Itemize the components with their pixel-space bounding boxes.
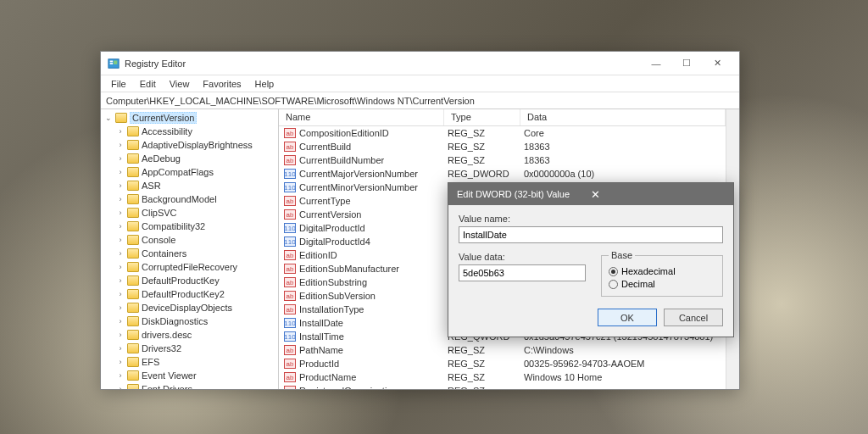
dialog-titlebar[interactable]: Edit DWORD (32-bit) Value ✕ [448, 183, 733, 205]
chevron-right-icon[interactable]: › [116, 127, 125, 136]
list-row[interactable]: abRegisteredOrganizationREG_SZ [279, 384, 726, 389]
tree-root[interactable]: ⌄ CurrentVersion [101, 111, 278, 125]
tree-label: Console [142, 235, 175, 245]
tree-item[interactable]: ›BackgroundModel [101, 192, 278, 206]
folder-icon [127, 194, 139, 204]
address-text: Computer\HKEY_LOCAL_MACHINE\SOFTWARE\Mic… [106, 96, 475, 106]
tree-item[interactable]: ›Compatibility32 [101, 220, 278, 233]
tree-item[interactable]: ›ClipSVC [101, 206, 278, 220]
header-data[interactable]: Data [520, 109, 726, 125]
header-type[interactable]: Type [444, 109, 520, 125]
value-name-input[interactable] [459, 226, 723, 243]
chevron-right-icon[interactable]: › [116, 181, 125, 190]
value-binary-icon: 110 [284, 318, 296, 328]
radio-icon [609, 280, 618, 289]
value-type: REG_SZ [448, 372, 524, 382]
tree-item[interactable]: ›DiskDiagnostics [101, 314, 278, 328]
value-string-icon: ab [284, 386, 296, 389]
address-bar[interactable]: Computer\HKEY_LOCAL_MACHINE\SOFTWARE\Mic… [101, 92, 739, 109]
cancel-button[interactable]: Cancel [664, 309, 723, 326]
minimize-button[interactable]: — [641, 53, 671, 75]
value-data: Windows 10 Home [524, 372, 726, 382]
close-button[interactable]: ✕ [702, 53, 732, 75]
tree-item[interactable]: ›drivers.desc [101, 328, 278, 342]
list-row[interactable]: 110CurrentMajorVersionNumberREG_DWORD0x0… [279, 167, 726, 181]
chevron-right-icon[interactable]: › [116, 222, 125, 231]
tree-label: AppCompatFlags [142, 167, 214, 177]
tree-item[interactable]: ›Drivers32 [101, 342, 278, 355]
value-name: CurrentMinorVersionNumber [299, 182, 448, 192]
chevron-right-icon[interactable]: › [116, 290, 125, 298]
value-string-icon: ab [284, 264, 296, 274]
chevron-right-icon[interactable]: › [116, 209, 125, 217]
tree-item[interactable]: ›DefaultProductKey [101, 274, 278, 287]
dialog-close-icon[interactable]: ✕ [591, 188, 725, 201]
tree-item[interactable]: ›Containers [101, 247, 278, 260]
tree-item[interactable]: ›AppCompatFlags [101, 165, 278, 179]
value-type: REG_DWORD [448, 169, 524, 179]
chevron-right-icon[interactable]: › [116, 385, 125, 389]
value-data-input[interactable] [459, 264, 586, 281]
folder-icon [127, 248, 139, 259]
chevron-right-icon[interactable]: › [116, 263, 125, 271]
value-name: DigitalProductId [299, 223, 448, 233]
folder-icon [127, 262, 139, 272]
menu-edit[interactable]: Edit [133, 77, 163, 91]
chevron-right-icon[interactable]: › [116, 195, 125, 203]
dialog-body: Value name: Value data: Base Hexadecimal… [448, 205, 733, 337]
tree-item[interactable]: ›EFS [101, 355, 278, 369]
value-name: EditionSubstring [299, 277, 448, 287]
tree-item[interactable]: ›ASR [101, 179, 278, 192]
list-row[interactable]: abProductIdREG_SZ00325-95962-94703-AAOEM [279, 357, 726, 370]
chevron-down-icon[interactable]: ⌄ [104, 114, 113, 122]
folder-icon [115, 113, 127, 123]
chevron-right-icon[interactable]: › [116, 276, 125, 285]
tree-item[interactable]: ›Font Drivers [101, 382, 278, 389]
chevron-right-icon[interactable]: › [116, 168, 125, 176]
chevron-right-icon[interactable]: › [116, 331, 125, 339]
menu-file[interactable]: File [104, 77, 133, 91]
menu-help[interactable]: Help [248, 77, 281, 91]
radio-hexadecimal[interactable]: Hexadecimal [609, 266, 715, 276]
value-string-icon: ab [284, 359, 296, 369]
value-name: InstallationType [299, 304, 448, 314]
chevron-right-icon[interactable]: › [116, 358, 125, 366]
maximize-button[interactable]: ☐ [671, 53, 702, 75]
folder-icon [127, 208, 139, 218]
tree-item[interactable]: ›DefaultProductKey2 [101, 287, 278, 301]
value-binary-icon: 110 [284, 331, 296, 342]
tree-pane[interactable]: ⌄ CurrentVersion ›Accessibility›Adaptive… [101, 109, 279, 389]
list-row[interactable]: abCompositionEditionIDREG_SZCore [279, 126, 726, 140]
chevron-right-icon[interactable]: › [116, 236, 125, 244]
chevron-right-icon[interactable]: › [116, 344, 125, 353]
chevron-right-icon[interactable]: › [116, 154, 125, 163]
list-row[interactable]: abProductNameREG_SZWindows 10 Home [279, 370, 726, 384]
tree-label: DefaultProductKey [142, 275, 220, 286]
header-name[interactable]: Name [279, 109, 444, 125]
ok-button[interactable]: OK [598, 309, 657, 326]
base-fieldset: Base Hexadecimal Decimal [601, 250, 723, 297]
list-row[interactable]: abCurrentBuildREG_SZ18363 [279, 140, 726, 153]
radio-decimal[interactable]: Decimal [609, 279, 715, 289]
tree-item[interactable]: ›Accessibility [101, 125, 278, 138]
chevron-right-icon[interactable]: › [116, 371, 125, 380]
titlebar[interactable]: Registry Editor — ☐ ✕ [101, 52, 739, 75]
chevron-right-icon[interactable]: › [116, 249, 125, 258]
tree-item[interactable]: ›CorruptedFileRecovery [101, 260, 278, 274]
tree-item[interactable]: ›AdaptiveDisplayBrightness [101, 138, 278, 152]
menu-favorites[interactable]: Favorites [196, 77, 248, 91]
chevron-right-icon[interactable]: › [116, 141, 125, 149]
tree-item[interactable]: ›DeviceDisplayObjects [101, 301, 278, 314]
value-data: 18363 [524, 155, 726, 165]
tree-label: ClipSVC [142, 208, 177, 218]
tree-item[interactable]: ›AeDebug [101, 152, 278, 165]
chevron-right-icon[interactable]: › [116, 303, 125, 312]
tree-item[interactable]: ›Event Viewer [101, 369, 278, 382]
value-string-icon: ab [284, 155, 296, 165]
tree-item[interactable]: ›Console [101, 233, 278, 247]
chevron-right-icon[interactable]: › [116, 317, 125, 326]
svg-rect-2 [110, 63, 114, 64]
menu-view[interactable]: View [163, 77, 197, 91]
list-row[interactable]: abPathNameREG_SZC:\Windows [279, 343, 726, 357]
list-row[interactable]: abCurrentBuildNumberREG_SZ18363 [279, 153, 726, 167]
